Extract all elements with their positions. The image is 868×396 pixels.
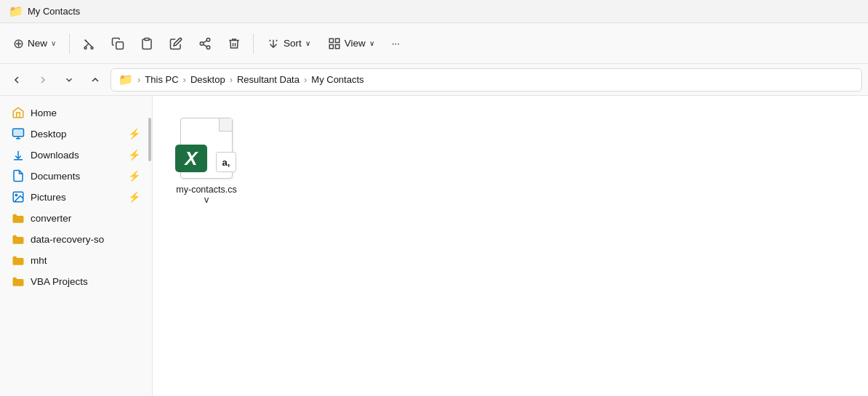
sidebar-item-downloads[interactable]: Downloads ⚡ bbox=[3, 145, 149, 165]
toolbar: ⊕ New ∨ bbox=[0, 23, 868, 64]
sidebar-item-desktop-label: Desktop bbox=[31, 129, 67, 140]
sidebar-item-downloads-label: Downloads bbox=[31, 150, 79, 161]
nav-dropdown-icon bbox=[64, 75, 74, 85]
sidebar-item-documents-label: Documents bbox=[31, 171, 80, 182]
home-icon bbox=[12, 106, 25, 119]
address-bar-row: 📁 › This PC › Desktop › Resultant Data ›… bbox=[0, 64, 868, 96]
sidebar-item-converter[interactable]: converter bbox=[3, 208, 149, 228]
view-chevron-icon: ∨ bbox=[369, 39, 374, 47]
pictures-icon bbox=[12, 190, 25, 203]
svg-line-10 bbox=[203, 44, 206, 47]
pictures-pin-icon: ⚡ bbox=[128, 191, 140, 203]
cut-button[interactable] bbox=[76, 31, 102, 57]
nav-up-button[interactable] bbox=[84, 69, 106, 91]
csv-file-icon: X a, bbox=[180, 118, 233, 179]
rename-button[interactable] bbox=[163, 31, 189, 57]
sort-chevron-icon: ∨ bbox=[305, 39, 310, 47]
toolbar-separator-2 bbox=[253, 33, 254, 54]
svg-point-1 bbox=[91, 47, 93, 49]
paste-icon bbox=[140, 37, 153, 50]
svg-point-24 bbox=[15, 194, 17, 195]
nav-dropdown-button[interactable] bbox=[58, 69, 80, 91]
sort-icon bbox=[267, 37, 280, 50]
address-folder-icon: 📁 bbox=[118, 73, 133, 86]
rename-icon bbox=[169, 37, 182, 50]
svg-point-0 bbox=[84, 47, 87, 49]
svg-rect-19 bbox=[13, 129, 24, 137]
sidebar-item-documents[interactable]: Documents ⚡ bbox=[3, 166, 149, 186]
svg-rect-18 bbox=[335, 44, 339, 48]
more-options-button[interactable]: ··· bbox=[385, 31, 407, 57]
address-box[interactable]: 📁 › This PC › Desktop › Resultant Data ›… bbox=[110, 68, 862, 92]
svg-line-11 bbox=[203, 40, 206, 42]
sidebar-item-vba-projects[interactable]: VBA Projects bbox=[3, 271, 149, 291]
nav-up-icon bbox=[89, 74, 101, 86]
address-part-1: Desktop bbox=[190, 74, 225, 85]
share-icon bbox=[198, 37, 212, 50]
svg-point-7 bbox=[206, 38, 210, 41]
new-chevron-icon: ∨ bbox=[51, 39, 56, 47]
sidebar-item-vba-projects-label: VBA Projects bbox=[31, 276, 88, 287]
svg-point-8 bbox=[200, 41, 204, 45]
sidebar-scrollbar[interactable] bbox=[148, 96, 152, 396]
downloads-pin-icon: ⚡ bbox=[128, 149, 140, 161]
svg-rect-6 bbox=[145, 38, 149, 40]
svg-line-2 bbox=[86, 44, 89, 47]
copy-button[interactable] bbox=[105, 31, 131, 57]
csv-type-badge: a, bbox=[216, 152, 236, 172]
data-recovery-folder-icon bbox=[12, 233, 25, 246]
svg-rect-5 bbox=[116, 41, 124, 49]
nav-forward-icon bbox=[37, 74, 49, 86]
nav-forward-button[interactable] bbox=[32, 69, 54, 91]
desktop-icon bbox=[12, 127, 25, 140]
list-item[interactable]: X a, my-contacts.csv bbox=[170, 110, 243, 211]
new-label: New bbox=[28, 38, 47, 49]
excel-badge: X bbox=[175, 145, 207, 172]
sort-label: Sort bbox=[284, 38, 302, 49]
svg-rect-15 bbox=[329, 39, 333, 42]
more-icon: ··· bbox=[392, 38, 400, 49]
sidebar-item-desktop[interactable]: Desktop ⚡ bbox=[3, 124, 149, 144]
paste-button[interactable] bbox=[134, 31, 160, 57]
cut-icon bbox=[82, 37, 95, 50]
nav-back-button[interactable] bbox=[6, 69, 28, 91]
view-label: View bbox=[345, 38, 366, 49]
sort-button[interactable]: Sort ∨ bbox=[260, 31, 318, 57]
copy-icon bbox=[111, 37, 124, 50]
view-button[interactable]: View ∨ bbox=[321, 31, 382, 57]
sidebar-item-home-label: Home bbox=[31, 108, 57, 118]
sidebar-item-data-recovery[interactable]: data-recovery-so bbox=[3, 229, 149, 249]
vba-projects-folder-icon bbox=[12, 275, 25, 288]
downloads-icon bbox=[12, 148, 25, 161]
window-title: My Contacts bbox=[28, 6, 80, 17]
converter-folder-icon bbox=[12, 211, 25, 225]
new-plus-icon: ⊕ bbox=[13, 36, 24, 52]
documents-pin-icon: ⚡ bbox=[128, 170, 140, 182]
sidebar-item-mht-label: mht bbox=[31, 255, 47, 266]
desktop-pin-icon: ⚡ bbox=[128, 128, 140, 140]
sidebar-scrollbar-thumb bbox=[148, 118, 151, 161]
sidebar-item-pictures[interactable]: Pictures ⚡ bbox=[3, 187, 149, 207]
sidebar-item-mht[interactable]: mht bbox=[3, 250, 149, 270]
documents-icon bbox=[12, 169, 25, 182]
file-area: X a, my-contacts.csv bbox=[153, 96, 868, 396]
mht-folder-icon bbox=[12, 254, 25, 267]
address-part-2: Resultant Data bbox=[237, 74, 300, 85]
new-button[interactable]: ⊕ New ∨ bbox=[6, 31, 63, 57]
sidebar-item-data-recovery-label: data-recovery-so bbox=[31, 234, 104, 245]
excel-x-icon: X bbox=[185, 149, 197, 168]
address-part-3: My Contacts bbox=[311, 74, 363, 85]
share-button[interactable] bbox=[192, 31, 218, 57]
toolbar-separator-1 bbox=[69, 33, 70, 54]
file-icon-container: X a, bbox=[177, 116, 236, 180]
delete-button[interactable] bbox=[221, 31, 247, 57]
title-folder-icon: 📁 bbox=[9, 4, 23, 18]
view-icon bbox=[328, 37, 341, 50]
sidebar-item-home[interactable]: Home bbox=[3, 102, 149, 123]
address-separator-3: › bbox=[304, 74, 307, 85]
address-separator-0: › bbox=[137, 74, 140, 85]
sidebar: Home Desktop ⚡ Downloads ⚡ bbox=[0, 96, 153, 396]
nav-back-icon bbox=[11, 74, 23, 86]
csv-type-text: a, bbox=[222, 157, 230, 168]
svg-rect-17 bbox=[329, 44, 333, 48]
